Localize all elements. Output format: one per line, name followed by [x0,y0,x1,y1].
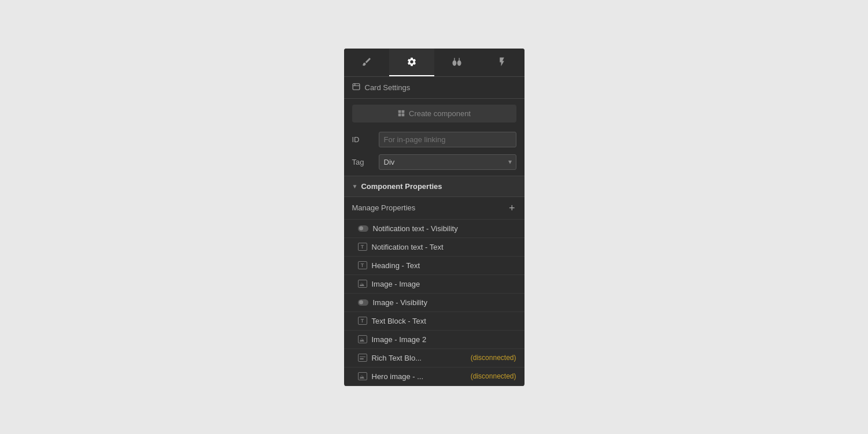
tab-bar [344,49,525,77]
id-input[interactable] [379,132,516,147]
svg-rect-5 [398,110,401,113]
richtext-icon [358,354,367,362]
card-settings-label: Card Settings [365,83,411,92]
create-component-icon [397,109,405,117]
property-item-textblock-text[interactable]: Text Block - Text [344,312,525,331]
property-name: Heading - Text [372,261,516,270]
chevron-down-icon: ▼ [352,183,358,190]
property-item-notification-text[interactable]: Notification text - Text [344,238,525,257]
component-properties-label: Component Properties [361,182,442,191]
textfield-icon [358,243,367,251]
property-item-richtext[interactable]: Rich Text Blo... (disconnected) [344,349,525,368]
tab-drops[interactable] [434,49,479,76]
toggle-icon [358,299,368,306]
component-properties-header[interactable]: ▼ Component Properties [344,176,525,197]
tab-brush[interactable] [344,49,389,76]
property-item-notification-visibility[interactable]: Notification text - Visibility [344,220,525,238]
manage-properties-header: Manage Properties + [344,197,525,220]
property-name: Hero image - ... [372,372,466,381]
property-name: Image - Image 2 [372,335,516,344]
svg-rect-7 [398,114,401,117]
disconnected-badge: (disconnected) [471,354,516,362]
svg-rect-8 [402,114,405,117]
property-item-image-image2[interactable]: Image - Image 2 [344,331,525,349]
property-name: Rich Text Blo... [372,354,466,362]
gear-icon [407,57,417,67]
card-settings-icon [352,83,360,92]
toggle-icon [358,225,368,232]
manage-properties-title: Manage Properties [352,203,416,212]
brush-icon [361,57,372,67]
tag-select[interactable]: Div Section Article Header Footer Main A… [379,154,516,170]
tag-select-wrapper: Div Section Article Header Footer Main A… [379,154,516,170]
lightning-icon [497,57,507,67]
create-component-label: Create component [409,109,471,118]
properties-panel: Card Settings Create component ID Tag Di… [344,49,525,386]
properties-list: Notification text - Visibility Notificat… [344,220,525,386]
property-name: Image - Image [372,280,516,288]
id-row: ID [344,128,525,151]
svg-point-0 [452,60,456,66]
create-component-button[interactable]: Create component [352,105,516,123]
add-property-button[interactable]: + [508,203,516,213]
svg-rect-6 [402,110,405,113]
property-name: Text Block - Text [372,317,516,325]
svg-point-1 [457,60,461,66]
property-item-image-image[interactable]: Image - Image [344,275,525,294]
tab-lightning[interactable] [479,49,525,76]
tag-row: Tag Div Section Article Header Footer Ma… [344,151,525,173]
textfield-icon [358,317,367,325]
tag-label: Tag [352,158,373,166]
property-name: Image - Visibility [373,298,516,307]
image-icon [358,335,367,343]
property-item-image-visibility[interactable]: Image - Visibility [344,294,525,312]
id-label: ID [352,135,373,144]
card-settings-row: Card Settings [344,77,525,99]
property-item-heading-text[interactable]: Heading - Text [344,257,525,275]
image-icon [358,280,367,288]
textfield-icon [358,261,367,269]
disconnected-badge: (disconnected) [471,372,516,380]
tab-settings[interactable] [389,49,434,76]
svg-rect-2 [353,83,360,90]
property-name: Notification text - Visibility [373,224,516,233]
property-item-hero-image[interactable]: Hero image - ... (disconnected) [344,368,525,386]
property-name: Notification text - Text [372,243,516,251]
drops-icon [450,57,463,67]
image-icon [358,372,367,380]
